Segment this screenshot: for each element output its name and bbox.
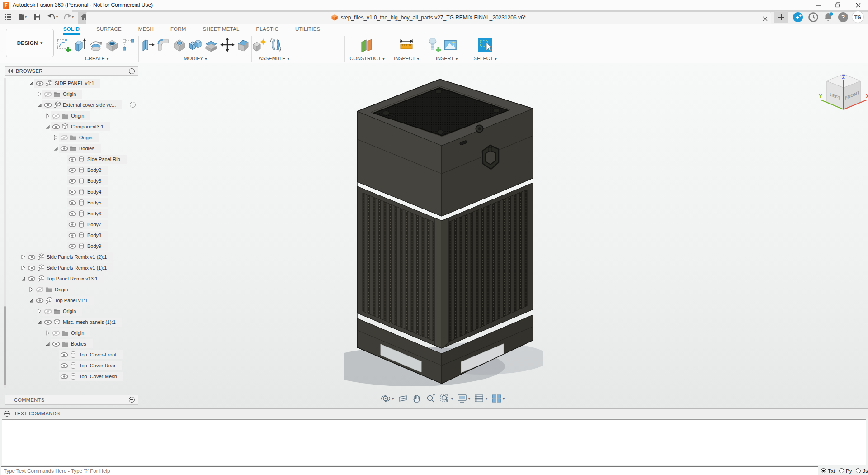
ribbon-tab-utilities[interactable]: UTILITIES	[295, 25, 320, 35]
visibility-eye-icon[interactable]	[52, 330, 61, 336]
tree-row[interactable]: Component3:1	[5, 121, 140, 132]
tree-node-label[interactable]: Side Panel Rib	[87, 157, 120, 162]
visibility-eye-icon[interactable]	[27, 276, 36, 282]
browser-scrollbar[interactable]	[4, 78, 6, 388]
expand-toggle-icon[interactable]	[52, 145, 59, 152]
model-3d[interactable]	[344, 71, 543, 391]
tree-row[interactable]: Side Panel Rib	[5, 154, 140, 165]
visibility-eye-icon[interactable]	[52, 113, 61, 119]
tree-node-label[interactable]: Origin	[55, 287, 68, 292]
expand-toggle-icon[interactable]	[44, 113, 51, 119]
ribbon-tab-plastic[interactable]: PLASTIC	[256, 25, 278, 35]
expand-toggle-icon[interactable]	[44, 330, 51, 336]
tree-row[interactable]: Body3	[5, 176, 140, 186]
ribbon-tab-surface[interactable]: SURFACE	[96, 25, 122, 35]
expand-toggle-icon[interactable]	[28, 297, 34, 304]
move-copy-button[interactable]	[219, 35, 235, 54]
expand-toggle-icon[interactable]	[61, 232, 67, 238]
visibility-eye-icon[interactable]	[68, 167, 77, 173]
insert-fastener-button[interactable]	[426, 35, 442, 54]
visibility-eye-icon[interactable]	[43, 309, 52, 314]
chamfer-button[interactable]	[236, 35, 251, 54]
expand-toggle-icon[interactable]	[61, 178, 67, 184]
expand-toggle-icon[interactable]	[52, 373, 59, 380]
visibility-eye-icon[interactable]	[52, 341, 61, 347]
expand-toggle-icon[interactable]	[36, 319, 42, 325]
extensions-icon[interactable]	[792, 11, 803, 23]
restore-button[interactable]	[828, 0, 848, 10]
extrude-button[interactable]	[71, 35, 88, 54]
create-sketch-button[interactable]	[55, 35, 71, 54]
create-menu[interactable]: CREATE▾	[55, 56, 138, 61]
hole-button[interactable]	[104, 35, 120, 54]
tree-row[interactable]: Origin	[5, 132, 140, 143]
expand-toggle-icon[interactable]	[28, 286, 34, 293]
tree-row[interactable]: Origin	[5, 306, 140, 317]
tree-row[interactable]: Side Panels Remix v1 (1):1	[5, 262, 140, 273]
tree-row[interactable]: External cover side ve...	[5, 100, 140, 110]
visibility-eye-icon[interactable]	[68, 178, 77, 184]
command-input[interactable]	[1, 466, 818, 475]
tree-node-label[interactable]: Top_Cover-Mesh	[79, 374, 117, 379]
visibility-eye-icon[interactable]	[60, 146, 69, 152]
tree-node-label[interactable]: Body4	[87, 189, 101, 195]
browser-scrollbar-thumb[interactable]	[4, 306, 6, 385]
visibility-eye-icon[interactable]	[68, 157, 77, 162]
construct-plane-button[interactable]	[359, 35, 375, 54]
visibility-eye-icon[interactable]	[43, 319, 52, 325]
tree-row[interactable]: Body9	[5, 241, 140, 252]
visibility-eye-icon[interactable]	[27, 254, 36, 260]
app-grid-icon[interactable]	[2, 11, 13, 23]
tree-row[interactable]: Origin	[5, 328, 140, 338]
expand-toggle-icon[interactable]	[52, 352, 59, 358]
selection-circle-icon[interactable]	[130, 102, 136, 108]
tree-node-label[interactable]: Top Panel Remix v13:1	[47, 276, 98, 281]
visibility-eye-icon[interactable]	[35, 298, 44, 304]
expand-toggle-icon[interactable]	[36, 91, 42, 97]
tree-row[interactable]: Body4	[5, 186, 140, 197]
tree-node-label[interactable]: Side Panels Remix v1 (2):1	[47, 254, 107, 260]
minimize-button[interactable]	[808, 0, 828, 10]
tree-row[interactable]: Body6	[5, 208, 140, 219]
ribbon-tab-form[interactable]: FORM	[170, 25, 186, 35]
undo-button[interactable]: ▾	[46, 11, 59, 23]
canvas-button[interactable]	[442, 35, 458, 54]
modify-menu[interactable]: MODIFY▾	[139, 56, 251, 61]
visibility-eye-icon[interactable]	[43, 102, 52, 108]
visibility-eye-icon[interactable]	[68, 211, 77, 217]
tree-row[interactable]: Bodies	[5, 338, 140, 349]
tree-node-label[interactable]: External cover side ve...	[63, 102, 116, 108]
tree-node-label[interactable]: Origin	[71, 330, 84, 336]
user-avatar[interactable]: TG	[852, 11, 864, 23]
tree-row[interactable]: Body5	[5, 197, 140, 208]
visibility-eye-icon[interactable]	[35, 81, 44, 86]
tree-row[interactable]: Body8	[5, 230, 140, 241]
expand-toggle-icon[interactable]	[61, 156, 67, 162]
help-icon[interactable]: ?	[837, 11, 849, 23]
joint-button[interactable]	[268, 35, 284, 54]
save-button[interactable]	[32, 11, 42, 23]
expand-toggle-icon[interactable]	[28, 80, 34, 86]
text-commands-console[interactable]	[2, 419, 866, 465]
orbit-button[interactable]: ▾	[379, 393, 395, 404]
tree-node-label[interactable]: Origin	[79, 135, 92, 140]
view-cube[interactable]: Z Y X LEFT FRONT	[816, 68, 868, 120]
tree-row[interactable]: Top Panel v1:1	[5, 295, 140, 306]
tree-node-label[interactable]: Body2	[87, 167, 101, 173]
tree-node-label[interactable]: Body9	[87, 243, 101, 249]
zoom-button[interactable]	[425, 393, 437, 404]
mode-radio[interactable]	[821, 468, 826, 473]
tree-row[interactable]: Top_Cover-Mesh	[5, 371, 140, 382]
visibility-eye-icon[interactable]	[60, 374, 69, 380]
expand-toggle-icon[interactable]	[44, 341, 51, 347]
viewports-button[interactable]: ▾	[490, 393, 506, 404]
combine-button[interactable]	[187, 35, 203, 54]
document-tab[interactable]: step_files_v1.0_the_big_boy_all_parts v2…	[86, 12, 771, 24]
expand-toggle-icon[interactable]	[61, 221, 67, 228]
expand-toggle-icon[interactable]	[52, 134, 59, 141]
close-button[interactable]	[848, 0, 868, 10]
mode-radio[interactable]	[856, 468, 861, 473]
comments-panel-header[interactable]: COMMENTS	[5, 395, 138, 405]
assemble-menu[interactable]: ASSEMBLE▾	[251, 56, 297, 61]
ribbon-tab-sheet-metal[interactable]: SHEET METAL	[203, 25, 240, 35]
